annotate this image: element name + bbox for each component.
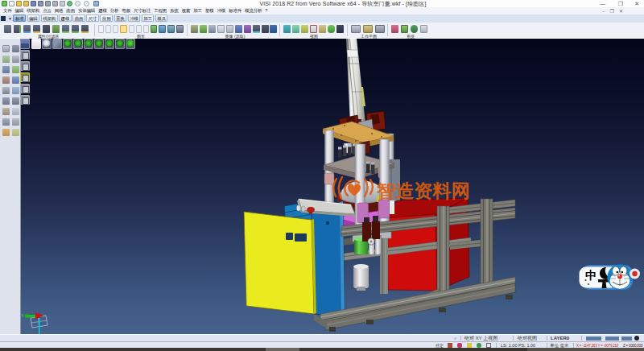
svg-text:智造资料网: 智造资料网 xyxy=(376,180,470,201)
svg-text:中: 中 xyxy=(585,269,597,282)
